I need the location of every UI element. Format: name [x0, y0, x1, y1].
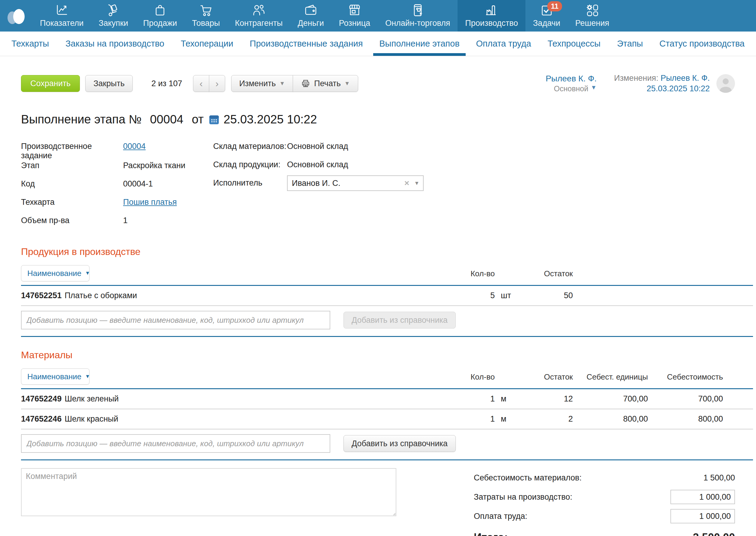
nav-item-label: Товары — [192, 18, 220, 28]
owner-link[interactable]: Рылеев К. Ф. — [545, 74, 597, 83]
performer-combobox[interactable]: × ▼ — [287, 175, 424, 191]
nav-item-sales[interactable]: Продажи — [136, 0, 185, 32]
production-task-link[interactable]: 00004 — [123, 141, 146, 151]
nav-item-production[interactable]: Производство — [458, 0, 525, 32]
tab-label: Этапы — [617, 39, 643, 49]
tab-techoperations[interactable]: Техоперации — [175, 32, 239, 56]
document-toolbar: Сохранить Закрыть 2 из 107 ‹ › Изменить▼… — [21, 73, 735, 94]
pager-arrows: ‹ › — [193, 75, 225, 92]
materials-add-position-input[interactable] — [21, 434, 330, 453]
tab-production-status[interactable]: Статус производства — [653, 32, 751, 56]
chevron-down-icon[interactable]: ▼ — [414, 180, 419, 186]
nav-item-online-trade[interactable]: Онлайн-торговля — [378, 0, 458, 32]
tab-labor-payment[interactable]: Оплата труда — [470, 32, 537, 56]
nav-item-label: Деньги — [298, 18, 324, 28]
performer-input[interactable] — [292, 179, 405, 188]
production-cost-row: Затраты на производство: — [474, 487, 735, 507]
materials-add-row: Добавить из справочника — [21, 429, 753, 460]
tab-label: Заказы на производство — [65, 39, 164, 49]
next-document-button[interactable]: › — [209, 75, 225, 92]
column-header-stock: Остаток — [519, 269, 573, 281]
production-cost-input[interactable] — [671, 490, 735, 504]
products-add-from-catalog-button[interactable]: Добавить из справочника — [344, 312, 456, 328]
techcard-link[interactable]: Пошив платья — [123, 197, 177, 207]
close-button[interactable]: Закрыть — [85, 75, 133, 92]
field-code: Код 00004-1 — [21, 179, 213, 197]
tab-stage-executions[interactable]: Выполнение этапов — [373, 32, 465, 56]
document-footer: Себестоимость материалов: 1 500,00 Затра… — [21, 468, 735, 536]
nav-item-retail[interactable]: Розница — [331, 0, 378, 32]
tab-label: Техоперации — [181, 39, 233, 49]
tab-label: Оплата труда — [476, 39, 531, 49]
material-cost: 800,00 — [648, 409, 723, 429]
field-label: Объем пр-ва — [21, 215, 123, 225]
stage-value: Раскройка ткани — [123, 160, 185, 170]
nav-item-label: Розница — [339, 18, 370, 28]
nav-item-tasks[interactable]: 11 Задачи — [525, 0, 568, 32]
form-right-column: Склад материалов: Основной склад Склад п… — [213, 141, 424, 234]
owner-block: Рылеев К. Ф. Основной▼ — [545, 73, 597, 93]
avatar[interactable] — [716, 74, 735, 93]
materials-name-filter-button[interactable]: Наименование▼ — [21, 368, 89, 385]
tab-production-orders[interactable]: Заказы на производство — [59, 32, 170, 56]
owner-department: Основной — [554, 84, 588, 93]
materials-add-from-catalog-button[interactable]: Добавить из справочника — [344, 435, 456, 452]
table-row[interactable]: 147652249Шелк зеленый 1 м 12 700,00 700,… — [21, 389, 753, 409]
changed-at-link[interactable]: 25.03.2025 10:22 — [647, 84, 710, 93]
app-logo[interactable] — [0, 0, 32, 32]
edit-button-label: Изменить — [239, 79, 276, 88]
field-label: Этап — [21, 160, 123, 170]
field-label: Склад материалов: — [213, 141, 287, 151]
nav-item-purchases[interactable]: Закупки — [91, 0, 135, 32]
edit-button[interactable]: Изменить▼ — [231, 75, 293, 92]
materials-cost-row: Себестоимость материалов: 1 500,00 — [474, 468, 735, 487]
tab-label: Техкарты — [12, 39, 49, 49]
totals-block: Себестоимость материалов: 1 500,00 Затра… — [474, 468, 735, 536]
column-header-qty: Кол-во — [459, 269, 495, 281]
nav-item-money[interactable]: Деньги — [290, 0, 331, 32]
field-label: Код — [21, 179, 123, 188]
moysklad-logo-icon — [5, 6, 27, 25]
material-code: 147652246 — [21, 415, 62, 423]
calendar-icon[interactable] — [208, 114, 220, 125]
product-unit: шт — [495, 286, 519, 305]
field-production-task: Производственное задание 00004 — [21, 141, 213, 160]
cart-icon — [199, 3, 213, 17]
nav-item-label: Контрагенты — [235, 18, 283, 28]
top-navigation: Показатели Закупки Продажи Товары — [0, 0, 756, 32]
print-button[interactable]: Печать▼ — [293, 75, 358, 92]
person-silhouette-icon — [716, 74, 735, 93]
comment-textarea[interactable] — [21, 468, 396, 516]
table-row[interactable]: 147652251Платье с оборками 5 шт 50 — [21, 286, 753, 306]
changed-by-link[interactable]: Рылеев К. Ф. — [661, 74, 710, 83]
material-unit: м — [495, 389, 519, 409]
products-name-filter-button[interactable]: Наименование▼ — [21, 265, 89, 281]
chevron-down-icon: ▼ — [85, 374, 90, 380]
tab-techcards[interactable]: Техкарты — [5, 32, 55, 56]
nav-item-solutions[interactable]: Решения — [568, 0, 617, 32]
material-unit-cost: 800,00 — [573, 409, 648, 429]
save-button[interactable]: Сохранить — [21, 75, 80, 92]
nav-item-indicators[interactable]: Показатели — [32, 0, 91, 32]
title-from-word: от — [192, 113, 204, 126]
prev-document-button[interactable]: ‹ — [193, 75, 209, 92]
materials-cost-value: 1 500,00 — [704, 473, 735, 483]
tab-production-tasks[interactable]: Производственные задания — [244, 32, 369, 56]
nav-item-counterparties[interactable]: Контрагенты — [228, 0, 290, 32]
labor-cost-row: Оплата труда: — [474, 507, 735, 526]
title-prefix: Выполнение этапа № — [21, 113, 142, 126]
tab-stages[interactable]: Этапы — [611, 32, 649, 56]
material-qty: 1 — [459, 389, 495, 409]
table-row[interactable]: 147652246Шелк красный 1 м 2 800,00 800,0… — [21, 409, 753, 429]
products-add-position-input[interactable] — [21, 311, 330, 329]
clear-icon[interactable]: × — [405, 178, 409, 188]
chevron-down-icon[interactable]: ▼ — [591, 84, 597, 91]
material-unit-cost: 700,00 — [573, 389, 648, 409]
name-filter-label: Наименование — [27, 269, 82, 278]
document-datetime: 25.03.2025 10:22 — [223, 113, 317, 126]
nav-item-goods[interactable]: Товары — [185, 0, 228, 32]
labor-cost-input[interactable] — [671, 509, 735, 523]
tab-label: Выполнение этапов — [379, 39, 459, 49]
apps-icon — [585, 3, 600, 17]
tab-techprocesses[interactable]: Техпроцессы — [542, 32, 607, 56]
